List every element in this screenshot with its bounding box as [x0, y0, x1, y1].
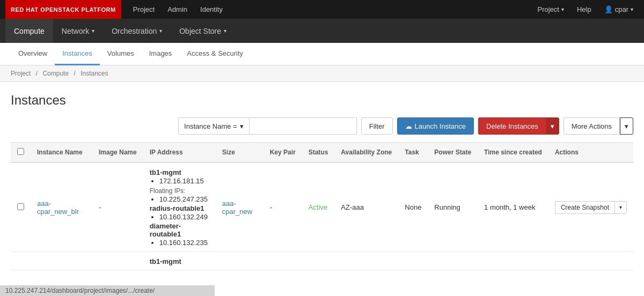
row-checkbox-cell — [11, 162, 31, 252]
network-name-radius: radius-routable1 — [150, 204, 209, 212]
filter-select[interactable]: Instance Name = ▾ — [178, 117, 250, 135]
main-content: Instances Instance Name = ▾ Filter ☁ Lau… — [0, 82, 644, 270]
ip-address-cell-2: tb1-mgmt — [143, 252, 216, 270]
ip-address-cell: tb1-mgmt 172.16.181.15 Floating IPs: 10.… — [143, 162, 216, 252]
top-right-help[interactable]: Help — [572, 0, 597, 19]
header-image-name: Image Name — [92, 143, 143, 163]
ip-item-radius: 10.160.132.249 — [159, 213, 209, 221]
tab-instances[interactable]: Instances — [55, 43, 100, 65]
breadcrumb-compute[interactable]: Compute — [42, 70, 69, 77]
sub-nav: Overview Instances Volumes Images Access… — [0, 43, 644, 65]
sec-nav-orchestration[interactable]: Orchestration ▾ — [103, 19, 171, 43]
delete-instances-button[interactable]: Delete Instances — [478, 117, 546, 135]
delete-instances-split: Delete Instances ▾ — [478, 117, 559, 135]
header-size: Size — [216, 143, 264, 163]
table-row: aaa-cpar_new_blr - tb1-mgmt 172.16.181.1… — [11, 162, 633, 252]
ip-item: 172.16.181.15 — [159, 177, 209, 185]
top-bar-right: Project ▾ Help 👤 cpar ▾ — [532, 0, 639, 19]
floating-ips-label: Floating IPs: — [150, 187, 209, 195]
instance-name-cell-2 — [31, 252, 92, 270]
secondary-nav: Compute Network ▾ Orchestration ▾ Object… — [0, 19, 644, 43]
project-caret-icon: ▾ — [561, 6, 564, 12]
top-bar: RED HAT OPENSTACK PLATFORM Project Admin… — [0, 0, 644, 19]
header-actions: Actions — [548, 143, 633, 163]
network-name-tb1: tb1-mgmt — [150, 168, 209, 176]
tab-volumes[interactable]: Volumes — [100, 43, 142, 65]
size-cell: aaa-cpar_new — [216, 162, 264, 252]
status-cell: Active — [302, 162, 335, 252]
breadcrumb-sep-1: / — [36, 70, 38, 77]
filter-button[interactable]: Filter — [361, 117, 393, 135]
sec-nav-network[interactable]: Network ▾ — [53, 19, 103, 43]
filter-input[interactable] — [250, 117, 357, 135]
breadcrumb-sep-2: / — [74, 70, 75, 77]
tab-access-security[interactable]: Access & Security — [179, 43, 251, 65]
page-title: Instances — [11, 93, 633, 108]
header-instance-name: Instance Name — [31, 143, 92, 163]
ip-item-diameter: 10.160.132.235 — [159, 239, 209, 247]
network-name-diameter: diameter-routable1 — [150, 222, 209, 238]
top-nav-identity[interactable]: Identity — [194, 0, 229, 19]
toolbar: Instance Name = ▾ Filter ☁ Launch Instan… — [11, 117, 633, 135]
row-checkbox-cell-2 — [11, 252, 31, 270]
power-state-cell: Running — [428, 162, 478, 252]
select-all-checkbox[interactable] — [17, 148, 24, 155]
breadcrumb-current: Instances — [80, 70, 108, 77]
top-bar-left: RED HAT OPENSTACK PLATFORM Project Admin… — [5, 0, 229, 19]
more-actions-caret[interactable]: ▾ — [620, 117, 633, 135]
brand-logo: RED HAT OPENSTACK PLATFORM — [5, 0, 121, 19]
header-task: Task — [398, 143, 428, 163]
filter-group: Instance Name = ▾ — [178, 117, 357, 135]
cloud-icon: ☁ — [405, 122, 412, 130]
filter-caret-icon: ▾ — [240, 122, 244, 130]
table-header-row: Instance Name Image Name IP Address Size… — [11, 143, 633, 163]
action-dropdown-caret[interactable]: ▾ — [614, 201, 627, 214]
launch-instance-button[interactable]: ☁ Launch Instance — [397, 117, 474, 135]
network-caret-icon: ▾ — [92, 28, 94, 34]
instance-name-link[interactable]: aaa-cpar_new_blr — [37, 199, 79, 216]
user-icon: 👤 — [604, 5, 613, 13]
time-created-cell: 1 month, 1 week — [478, 162, 548, 252]
top-nav-admin[interactable]: Admin — [161, 0, 194, 19]
breadcrumb-project[interactable]: Project — [11, 70, 31, 77]
object-store-caret-icon: ▾ — [224, 28, 226, 34]
breadcrumb: Project / Compute / Instances — [0, 65, 644, 82]
header-availability-zone: Availability Zone — [334, 143, 398, 163]
instances-table: Instance Name Image Name IP Address Size… — [11, 142, 633, 270]
actions-cell: Create Snapshot ▾ — [548, 162, 633, 252]
tab-overview[interactable]: Overview — [11, 43, 55, 65]
floating-ip-item: 10.225.247.235 — [159, 195, 209, 203]
table-row: tb1-mgmt — [11, 252, 633, 270]
top-right-user[interactable]: 👤 cpar ▾ — [599, 0, 639, 19]
row-checkbox[interactable] — [17, 203, 24, 210]
user-caret-icon: ▾ — [631, 6, 633, 12]
task-cell: None — [398, 162, 428, 252]
create-snapshot-button[interactable]: Create Snapshot — [555, 201, 614, 214]
header-time-since-created: Time since created — [478, 143, 548, 163]
header-ip-address: IP Address — [143, 143, 216, 163]
size-link[interactable]: aaa-cpar_new — [222, 199, 252, 216]
image-name-cell: - — [92, 162, 143, 252]
image-name-cell-2 — [92, 252, 143, 270]
top-nav-project[interactable]: Project — [127, 0, 161, 19]
top-right-project[interactable]: Project ▾ — [532, 0, 569, 19]
network-name-tb1-2: tb1-mgmt — [150, 257, 209, 265]
header-status: Status — [302, 143, 335, 163]
az-cell: AZ-aaa — [334, 162, 398, 252]
header-key-pair: Key Pair — [264, 143, 302, 163]
sec-nav-object-store[interactable]: Object Store ▾ — [171, 19, 235, 43]
orchestration-caret-icon: ▾ — [159, 28, 162, 34]
more-actions-split: More Actions ▾ — [564, 117, 633, 135]
delete-instances-caret[interactable]: ▾ — [546, 117, 559, 135]
status-badge: Active — [309, 203, 327, 211]
more-actions-button[interactable]: More Actions — [564, 117, 620, 135]
tab-images[interactable]: Images — [142, 43, 180, 65]
header-power-state: Power State — [428, 143, 478, 163]
header-checkbox-col — [11, 143, 31, 163]
key-pair-cell: - — [264, 162, 302, 252]
sec-nav-compute[interactable]: Compute — [5, 19, 53, 43]
instance-name-cell: aaa-cpar_new_blr — [31, 162, 92, 252]
action-button-group: Create Snapshot ▾ — [555, 201, 627, 214]
